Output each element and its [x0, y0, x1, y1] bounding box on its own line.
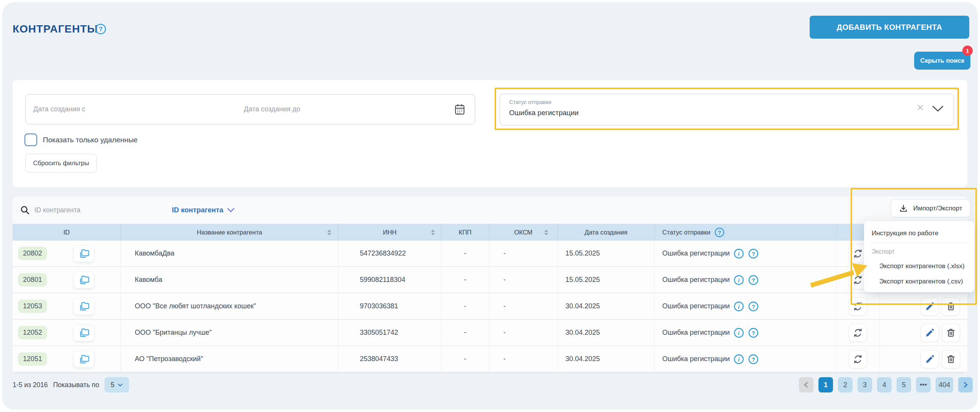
chevron-down-icon[interactable]	[932, 106, 944, 114]
svg-text:?: ?	[752, 277, 755, 283]
column-header-oksm: ОКСМ	[489, 224, 558, 241]
copy-id-button[interactable]	[74, 272, 94, 288]
page-button-1[interactable]: 1	[818, 377, 833, 392]
actions-cell	[880, 293, 967, 319]
add-counterparty-button[interactable]: ДОБАВИТЬ КОНТРАГЕНТА	[810, 16, 969, 39]
oksm-value: -	[489, 320, 558, 345]
page-button-5[interactable]: 5	[897, 377, 911, 392]
status-text: Ошибка регистрации	[662, 276, 730, 284]
sort-icon[interactable]	[431, 230, 435, 235]
row-id-badge: 12051	[18, 352, 47, 366]
copy-id-button[interactable]	[74, 245, 94, 262]
status-info-icon[interactable]: i	[733, 248, 744, 259]
inn-value: 599082118304	[338, 267, 441, 293]
calendar-icon[interactable]	[454, 103, 466, 116]
status-cell: Ошибка регистрации i ?	[655, 267, 836, 293]
id-cell: 12051	[13, 346, 121, 372]
copy-id-button[interactable]	[74, 324, 94, 341]
table-header: ID Название контрагента ИНН КПП ОКСМ Дат…	[13, 224, 967, 241]
column-header-status: Статус отправки ?	[655, 224, 836, 241]
created-date: 15.05.2025	[558, 241, 655, 266]
inn-value: 547236834922	[338, 241, 441, 266]
counterparty-name: КавомбаДва	[121, 241, 338, 266]
per-page-value: 5	[111, 381, 114, 389]
delete-button[interactable]	[942, 297, 960, 316]
status-text: Ошибка регистрации	[662, 249, 730, 257]
menu-item-export-xlsx[interactable]: Экспорт контрагентов (.xlsx)	[864, 259, 974, 274]
reset-filters-button[interactable]: Сбросить фильтры	[25, 154, 97, 173]
clear-status-icon[interactable]	[917, 104, 924, 112]
status-cell: Ошибка регистрации i ?	[655, 346, 836, 372]
status-info-icon[interactable]: i	[733, 354, 744, 365]
edit-button[interactable]	[921, 297, 939, 316]
status-cell: Ошибка регистрации i ?	[655, 241, 836, 266]
date-to-input[interactable]	[244, 94, 443, 124]
counterparty-name: АО "Петрозаводский"	[121, 346, 338, 372]
page-button-2[interactable]: 2	[838, 377, 853, 392]
resend-button[interactable]	[849, 297, 867, 316]
search-field-selector[interactable]: ID контрагента	[172, 203, 235, 217]
oksm-value: -	[489, 241, 558, 266]
status-question-icon[interactable]: ?	[748, 248, 759, 259]
import-export-button[interactable]: Импорт/Экспорт	[891, 199, 970, 217]
svg-text:i: i	[738, 357, 740, 363]
status-info-icon[interactable]: i	[733, 301, 744, 312]
created-date: 30.04.2025	[558, 346, 655, 372]
delete-button[interactable]	[942, 350, 960, 368]
copy-id-button[interactable]	[74, 298, 94, 315]
status-question-icon[interactable]: ?	[748, 275, 759, 285]
page-button-404[interactable]: 404	[936, 377, 953, 392]
table-body: 20802 КавомбаДва 547236834922 - - 15.05.…	[13, 241, 967, 373]
page-ellipsis[interactable]: •••	[916, 377, 931, 392]
status-help-icon[interactable]: ?	[714, 227, 725, 238]
edit-button[interactable]	[921, 350, 939, 368]
resend-button[interactable]	[849, 350, 867, 368]
status-info-icon[interactable]: i	[733, 275, 744, 285]
send-status-value: Ошибка регистрации	[509, 109, 578, 117]
status-question-icon[interactable]: ?	[748, 327, 759, 338]
page-button-3[interactable]: 3	[858, 377, 872, 392]
counterparty-name: ООО "Британцы лучше"	[121, 320, 338, 345]
row-id-badge: 12053	[18, 300, 47, 313]
created-date: 30.04.2025	[558, 293, 655, 319]
edit-button[interactable]	[921, 324, 939, 342]
delete-button[interactable]	[942, 324, 960, 342]
counterparty-name: Кавомба	[121, 267, 338, 293]
chevron-down-icon	[227, 208, 235, 212]
menu-item-instruction[interactable]: Инструкция по работе	[864, 226, 974, 241]
status-question-icon[interactable]: ?	[748, 301, 759, 312]
row-id-badge: 12052	[18, 326, 47, 339]
show-deleted-checkbox[interactable]	[24, 134, 37, 146]
oksm-value: -	[489, 267, 558, 293]
status-text: Ошибка регистрации	[662, 302, 730, 310]
menu-item-export-csv[interactable]: Экспорт контрагентов (.csv)	[864, 274, 974, 289]
next-page-button[interactable]	[958, 377, 973, 392]
status-info-icon[interactable]: i	[733, 327, 744, 338]
status-question-icon[interactable]: ?	[748, 354, 759, 365]
actions-cell	[880, 346, 967, 372]
date-from-input[interactable]	[26, 94, 244, 124]
search-input[interactable]	[34, 203, 153, 217]
pagination-pages: 12345•••404	[818, 377, 953, 392]
hide-search-button[interactable]: Скрыть поиск	[914, 52, 970, 70]
prev-page-button[interactable]	[799, 377, 813, 392]
inn-value: 3305051742	[338, 320, 441, 345]
sort-icon[interactable]	[544, 230, 548, 235]
rows-range-text: 1-5 из 2016	[13, 381, 48, 389]
send-status-select[interactable]: Статус отправки Ошибка регистрации	[500, 94, 954, 125]
resend-cell	[836, 346, 880, 372]
svg-text:i: i	[738, 277, 740, 283]
resend-cell	[836, 293, 880, 319]
kpp-value: -	[441, 267, 489, 293]
menu-divider	[869, 243, 969, 243]
sort-icon[interactable]	[327, 230, 331, 235]
resend-button[interactable]	[849, 324, 867, 342]
per-page-selector[interactable]: 5	[105, 377, 129, 392]
pagination: 12345•••404	[799, 377, 973, 392]
id-cell: 20802	[13, 241, 121, 266]
copy-id-button[interactable]	[74, 351, 94, 368]
page-help-icon[interactable]: ?	[95, 23, 106, 36]
pagination-summary: 1-5 из 2016 Показывать по 5	[13, 377, 129, 392]
page-button-4[interactable]: 4	[877, 377, 892, 392]
send-status-label: Статус отправки	[509, 99, 551, 105]
